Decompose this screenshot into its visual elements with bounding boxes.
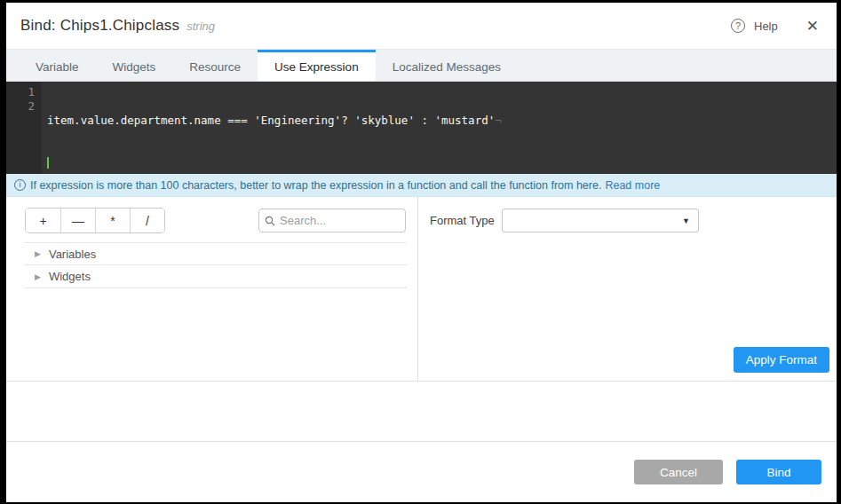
- tab-localized-messages[interactable]: Localized Messages: [376, 50, 518, 81]
- dialog-title: Bind: Chips1.Chipclass: [20, 17, 179, 35]
- tree-item-label: Widgets: [49, 270, 91, 283]
- tree-item-widgets[interactable]: ▶ Widgets: [24, 265, 407, 288]
- help-icon[interactable]: ?: [731, 19, 745, 33]
- dialog-subtitle: string: [186, 20, 215, 33]
- dialog-footer: Cancel Bind: [6, 441, 837, 502]
- dialog-titlebar: Bind: Chips1.Chipclass string ? Help ✕: [6, 3, 837, 50]
- bind-dialog: Bind: Chips1.Chipclass string ? Help ✕ V…: [6, 3, 837, 502]
- empty-area: [6, 382, 837, 441]
- tree-item-label: Variables: [49, 248, 96, 261]
- cancel-button[interactable]: Cancel: [634, 460, 723, 484]
- line-number: 1: [6, 85, 35, 99]
- tab-widgets[interactable]: Widgets: [96, 50, 173, 81]
- expression-helper-panel: + — * / ▶ Variables: [6, 197, 418, 381]
- info-icon: i: [14, 179, 26, 191]
- minus-operator-button[interactable]: —: [60, 209, 95, 232]
- binding-source-tree: ▶ Variables ▶ Widgets: [24, 242, 407, 288]
- editor-code-area[interactable]: item.value.department.name === 'Engineer…: [42, 82, 837, 174]
- chevron-right-icon[interactable]: ▶: [35, 272, 41, 281]
- operator-button-group: + — * /: [25, 208, 165, 233]
- panels-row: + — * / ▶ Variables: [6, 197, 837, 382]
- multiply-operator-button[interactable]: *: [95, 209, 130, 232]
- help-link[interactable]: Help: [754, 20, 778, 33]
- chevron-right-icon[interactable]: ▶: [35, 249, 41, 258]
- dropdown-arrow-icon: ▼: [682, 217, 690, 225]
- tab-bar: Variable Widgets Resource Use Expression…: [6, 50, 837, 82]
- line-number: 2: [6, 99, 35, 114]
- tab-variable[interactable]: Variable: [19, 50, 96, 81]
- search-icon: [265, 216, 275, 226]
- bind-button[interactable]: Bind: [736, 460, 821, 484]
- format-type-label: Format Type: [430, 214, 502, 227]
- text-cursor: [47, 157, 49, 169]
- tab-use-expression[interactable]: Use Expression: [258, 50, 376, 81]
- plus-operator-button[interactable]: +: [26, 209, 60, 232]
- read-more-link[interactable]: Read more: [605, 179, 660, 192]
- divide-operator-button[interactable]: /: [130, 209, 164, 232]
- search-box: [258, 209, 406, 232]
- eol-marker: ¬: [495, 114, 502, 127]
- editor-gutter: 1 2: [6, 82, 42, 174]
- tab-resource[interactable]: Resource: [172, 50, 258, 81]
- info-text: If expression is more than 100 character…: [30, 179, 601, 192]
- apply-format-button[interactable]: Apply Format: [734, 347, 829, 373]
- format-panel: Format Type ▼ Apply Format: [418, 197, 837, 381]
- expression-editor[interactable]: 1 2 item.value.department.name === 'Engi…: [6, 82, 837, 174]
- tree-item-variables[interactable]: ▶ Variables: [24, 242, 407, 265]
- format-type-dropdown[interactable]: ▼: [502, 209, 699, 232]
- code-line-1: item.value.department.name === 'Engineer…: [47, 114, 495, 127]
- search-input[interactable]: [280, 214, 400, 227]
- close-icon[interactable]: ✕: [806, 19, 819, 34]
- info-bar: i If expression is more than 100 charact…: [6, 174, 837, 197]
